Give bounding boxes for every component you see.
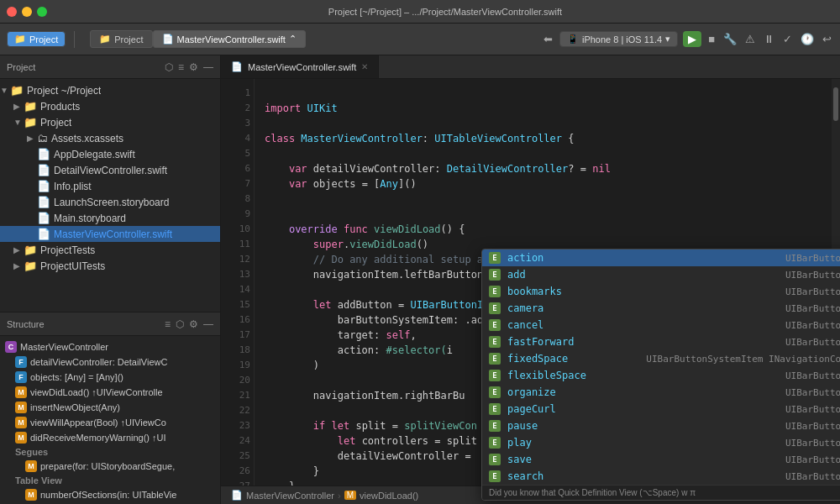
line-number: 22 (224, 403, 250, 418)
tree-item[interactable]: 📄AppDelegate.swift (0, 146, 220, 162)
struct-item[interactable]: MinsertNewObject(Any) (0, 400, 220, 415)
struct-item[interactable]: FdetailViewController: DetailViewC (0, 354, 220, 370)
file-icon: 🗂 (37, 132, 48, 144)
struct-item[interactable]: MdidReceiveMemoryWarning() ↑UI (0, 430, 220, 445)
struct-item[interactable]: Fobjects: [Any] = [Any]() (0, 370, 220, 385)
clock-icon[interactable]: 🕐 (801, 33, 814, 45)
tab-close-icon[interactable]: ✕ (361, 62, 368, 71)
autocomplete-item[interactable]: EflexibleSpaceUIBarButtonSystemItem (482, 367, 840, 384)
ac-keyword: bookmarks (507, 286, 779, 297)
struct-item[interactable]: Mprepare(for: UIStoryboardSegue, (0, 459, 220, 474)
code-line[interactable] (265, 207, 830, 222)
struct-sort-icon[interactable]: ≡ (165, 318, 171, 330)
editor-tab-masterviewcontroller[interactable]: 📄 MasterViewController.swift ✕ (221, 55, 379, 78)
tree-item[interactable]: 📄DetailViewController.swift (0, 162, 220, 178)
ac-badge: E (489, 403, 501, 415)
tree-item[interactable]: 📄Main.storyboard (0, 210, 220, 226)
autocomplete-item[interactable]: EsaveUIBarButtonSystemItem (482, 451, 840, 468)
autocomplete-item[interactable]: EaddUIBarButtonSystemItem (482, 266, 840, 283)
navigator-filter-icon[interactable]: ⬡ (165, 61, 173, 73)
breadcrumb-separator: › (338, 491, 341, 501)
ac-keyword: organize (507, 386, 779, 398)
autocomplete-item[interactable]: EorganizeUIBarButtonSystemItem (482, 384, 840, 401)
tree-item[interactable]: ▶📁ProjectUITests (0, 258, 220, 274)
navigator-close-icon[interactable]: — (203, 61, 213, 73)
tree-item[interactable]: ▶📁Products (0, 98, 220, 114)
breadcrumb-project[interactable]: 📁 Project (90, 30, 152, 48)
code-line[interactable] (265, 86, 830, 101)
undo-icon[interactable]: ↩ (822, 33, 832, 45)
struct-item[interactable]: MnumberOfSections(in: UITableVie (0, 487, 220, 502)
scrollbar-thumb[interactable] (833, 87, 838, 121)
tree-item[interactable]: ▼📁Project ~/Project (0, 82, 220, 98)
code-line[interactable] (265, 146, 830, 161)
ac-keyword: action (507, 252, 779, 264)
struct-item[interactable]: CMasterViewController (0, 339, 220, 354)
autocomplete-dropdown[interactable]: EactionUIBarButtonSystemItemEaddUIBarBut… (481, 249, 840, 501)
autocomplete-item[interactable]: EplayUIBarButtonSystemItem (482, 434, 840, 451)
code-line[interactable]: var objects = [Any]() (265, 176, 830, 192)
check-icon[interactable]: ✓ (783, 33, 792, 45)
autocomplete-item[interactable]: EcancelUIBarButtonSystemItem (482, 317, 840, 333)
build-icon[interactable]: 🔧 (723, 33, 737, 45)
tree-item[interactable]: 📄MasterViewController.swift (0, 226, 220, 242)
autocomplete-item[interactable]: EfixedSpaceUIBarButtonSystemItem INaviga… (482, 350, 840, 367)
struct-settings-icon[interactable]: ⚙ (189, 318, 198, 330)
struct-item[interactable]: Segues (0, 445, 220, 459)
struct-label: detailViewController: DetailViewC (30, 357, 167, 367)
tree-item[interactable]: ▶📁ProjectTests (0, 242, 220, 258)
ac-badge: E (489, 370, 501, 381)
file-icon: 📄 (37, 228, 50, 240)
tree-item[interactable]: ▶🗂Assets.xcassets (0, 130, 220, 146)
breadcrumb-close-icon[interactable]: ⌃ (289, 34, 297, 45)
navigator-settings-icon[interactable]: ⚙ (189, 61, 198, 73)
struct-item[interactable]: MviewDidLoad() ↑UIViewControlle (0, 385, 220, 400)
bottom-class-name[interactable]: MasterViewController (246, 491, 334, 501)
ac-keyword: flexibleSpace (507, 370, 779, 381)
tree-label: Main.storyboard (54, 213, 126, 224)
tree-label: Assets.xcassets (51, 133, 123, 144)
autocomplete-item[interactable]: EsearchUIBarButtonSystemItem (482, 468, 840, 485)
struct-badge: M (15, 417, 27, 428)
autocomplete-item[interactable]: EfastForwardUIBarButtonSystemItem (482, 333, 840, 350)
code-line[interactable]: import UIKit (265, 101, 830, 116)
minimize-button[interactable] (22, 7, 32, 17)
bottom-method-name[interactable]: viewDidLoad() (360, 491, 418, 501)
code-line[interactable]: var detailViewController: DetailViewCont… (265, 161, 830, 176)
pause-icon[interactable]: ⏸ (764, 33, 774, 45)
device-selector[interactable]: 📱 iPhone 8 | iOS 11.4 ▾ (559, 31, 678, 47)
struct-badge: M (15, 386, 27, 398)
tree-item[interactable]: ▼📁Project (0, 114, 220, 130)
struct-item[interactable]: MviewWillAppear(Bool) ↑UIViewCo (0, 415, 220, 430)
tree-item[interactable]: 📄Info.plist (0, 178, 220, 194)
ac-badge: E (489, 386, 501, 398)
autocomplete-item[interactable]: EactionUIBarButtonSystemItem (482, 249, 840, 266)
code-line[interactable]: class MasterViewController: UITableViewC… (265, 131, 830, 146)
navigator-sort-icon[interactable]: ≡ (178, 61, 184, 73)
breadcrumb-file[interactable]: 📄 MasterViewController.swift ⌃ (153, 30, 306, 48)
struct-close-icon[interactable]: — (203, 318, 213, 330)
run-button[interactable]: ▶ (683, 31, 701, 47)
code-line[interactable]: override func viewDidLoad() { (265, 222, 830, 237)
struct-item[interactable]: Table View (0, 474, 220, 487)
warning-icon[interactable]: ⚠ (745, 33, 755, 45)
stop-button[interactable]: ■ (708, 33, 715, 45)
code-line[interactable] (265, 192, 830, 207)
tree-item[interactable]: 📄LaunchScreen.storyboard (0, 194, 220, 210)
project-nav-button[interactable]: 📁 Project (7, 31, 66, 47)
back-icon[interactable]: ⬅ (543, 33, 553, 45)
struct-badge: M (25, 460, 37, 472)
autocomplete-item[interactable]: EcameraUIBarButtonSystemItem (482, 300, 840, 317)
code-line[interactable] (265, 116, 830, 131)
bottom-breadcrumb: 📄 MasterViewController › M viewDidLoad() (231, 490, 418, 501)
file-icon: 📁 (24, 244, 37, 256)
line-number: 7 (224, 176, 250, 192)
struct-label: prepare(for: UIStoryboardSegue, (40, 461, 175, 471)
close-button[interactable] (7, 7, 17, 17)
struct-filter-icon[interactable]: ⬡ (176, 318, 184, 330)
autocomplete-item[interactable]: EpauseUIBarButtonSystemItem (482, 417, 840, 434)
autocomplete-item[interactable]: EpageCurlUIBarButtonSystemItem (482, 401, 840, 417)
autocomplete-item[interactable]: EbookmarksUIBarButtonSystemItem (482, 283, 840, 300)
maximize-button[interactable] (37, 7, 47, 17)
line-number: 15 (224, 297, 250, 312)
